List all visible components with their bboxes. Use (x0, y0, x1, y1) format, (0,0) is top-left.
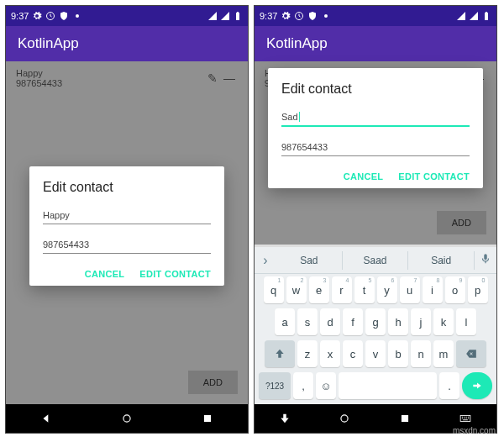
key-f[interactable]: f (343, 308, 363, 335)
key-s[interactable]: s (297, 308, 318, 335)
key-e[interactable]: e3 (309, 276, 329, 303)
recent-icon[interactable] (399, 413, 411, 424)
enter-key[interactable] (462, 372, 492, 399)
svg-rect-8 (485, 13, 488, 20)
status-bar: 9:37 (6, 6, 248, 26)
gear-icon (281, 11, 291, 21)
phone-left: 9:37 KotlinApp Happy 987654433 ✎ (5, 5, 249, 434)
confirm-button[interactable]: EDIT CONTACT (398, 171, 470, 182)
dot-icon (72, 11, 82, 21)
svg-point-7 (324, 14, 328, 18)
signal2-icon (220, 11, 230, 21)
shift-key[interactable] (265, 340, 295, 367)
key-d[interactable]: d (320, 308, 340, 335)
dialog-title: Edit contact (281, 82, 470, 97)
emoji-key[interactable]: ☺ (316, 372, 336, 399)
app-title: KotlinApp (18, 35, 79, 52)
key-g[interactable]: g (365, 308, 386, 335)
signal2-icon (469, 11, 479, 21)
status-bar: 9:37 (255, 6, 496, 26)
backspace-key[interactable] (456, 340, 486, 367)
period-key[interactable]: . (439, 372, 459, 399)
key-v[interactable]: v (365, 340, 386, 367)
key-c[interactable]: c (343, 340, 363, 367)
suggestion-bar: › Sad Saad Said (255, 247, 496, 274)
dialog-title: Edit contact (43, 180, 211, 195)
svg-rect-5 (204, 415, 211, 422)
shield-icon (307, 11, 318, 21)
svg-point-10 (341, 415, 348, 422)
svg-rect-9 (486, 12, 487, 13)
phone-input[interactable] (281, 139, 470, 156)
key-h[interactable]: h (388, 308, 408, 335)
key-u[interactable]: u7 (400, 276, 420, 303)
key-q[interactable]: q1 (264, 276, 284, 303)
key-row-1: q1w2e3r4t5y6u7i8o9p0 (255, 274, 496, 306)
back-icon[interactable] (40, 413, 52, 424)
edit-contact-dialog: Edit contact Sad CANCEL EDIT CONTACT (268, 68, 483, 188)
app-bar: KotlinApp (6, 26, 248, 61)
name-input[interactable] (43, 207, 211, 224)
confirm-button[interactable]: EDIT CONTACT (139, 269, 211, 279)
key-r[interactable]: r4 (332, 276, 352, 303)
signal-icon (456, 11, 466, 21)
gear-icon (32, 11, 42, 21)
cancel-button[interactable]: CANCEL (85, 269, 125, 279)
back-icon[interactable] (279, 413, 291, 424)
signal-icon (207, 11, 218, 21)
home-icon[interactable] (121, 413, 133, 424)
nav-bar (6, 404, 248, 433)
app-title: KotlinApp (266, 35, 328, 52)
key-w[interactable]: w2 (286, 276, 307, 303)
clock-icon (45, 11, 55, 21)
shield-icon (59, 11, 69, 21)
chevron-right-icon[interactable]: › (255, 253, 276, 268)
phone-input[interactable] (43, 236, 211, 254)
svg-rect-11 (402, 415, 408, 422)
key-z[interactable]: z (297, 340, 318, 367)
edit-contact-dialog: Edit contact CANCEL EDIT CONTACT (29, 166, 224, 286)
key-row-2: asdfghjkl (255, 306, 496, 338)
app-bar: KotlinApp (255, 26, 496, 61)
key-a[interactable]: a (275, 308, 295, 335)
home-icon[interactable] (339, 413, 350, 424)
key-n[interactable]: n (411, 340, 431, 367)
status-time: 9:37 (260, 11, 277, 21)
name-input[interactable]: Sad (281, 108, 470, 127)
recent-icon[interactable] (202, 413, 213, 424)
dot-icon (321, 11, 331, 21)
key-l[interactable]: l (456, 308, 476, 335)
key-row-3: zxcvbnm (255, 338, 496, 370)
status-time: 9:37 (11, 11, 29, 21)
key-j[interactable]: j (411, 308, 431, 335)
suggestion[interactable]: Sad (276, 251, 343, 270)
key-i[interactable]: i8 (423, 276, 443, 303)
key-b[interactable]: b (388, 340, 408, 367)
watermark: msxdn.com (453, 426, 496, 435)
battery-icon (481, 11, 491, 21)
key-x[interactable]: x (320, 340, 340, 367)
keyboard-icon[interactable] (459, 413, 472, 424)
key-y[interactable]: y6 (377, 276, 397, 303)
key-p[interactable]: p0 (468, 276, 488, 303)
battery-icon (233, 11, 243, 21)
soft-keyboard: › Sad Saad Said q1w2e3r4t5y6u7i8o9p0 asd… (255, 247, 496, 404)
svg-rect-3 (237, 12, 239, 13)
svg-rect-2 (236, 13, 239, 20)
symbols-key[interactable]: ?123 (259, 372, 291, 399)
clock-icon (294, 11, 304, 21)
svg-point-4 (123, 415, 130, 422)
key-k[interactable]: k (433, 308, 454, 335)
key-m[interactable]: m (433, 340, 454, 367)
space-key[interactable] (339, 372, 437, 399)
phone-right: 9:37 KotlinApp Happy 987654433 ✎ (254, 5, 497, 434)
mic-icon[interactable] (475, 253, 496, 268)
key-row-4: ?123 , ☺ . (255, 370, 496, 404)
suggestion[interactable]: Saad (343, 251, 409, 270)
key-t[interactable]: t5 (354, 276, 375, 303)
svg-point-1 (76, 14, 79, 18)
suggestion[interactable]: Said (408, 251, 475, 270)
key-o[interactable]: o9 (445, 276, 465, 303)
comma-key[interactable]: , (293, 372, 313, 399)
cancel-button[interactable]: CANCEL (344, 171, 384, 182)
